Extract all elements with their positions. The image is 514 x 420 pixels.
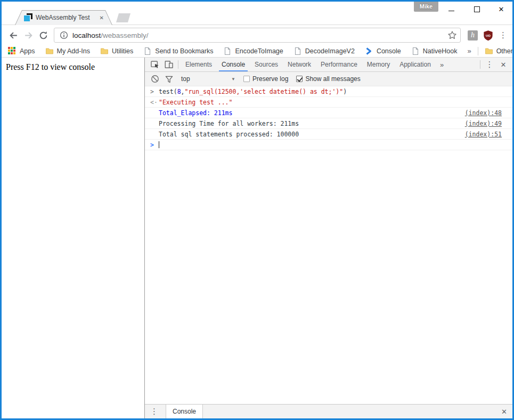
bookmark-item[interactable]: Console (365, 47, 401, 55)
show-all-messages-checkbox[interactable]: Show all messages (296, 75, 360, 83)
browser-tab[interactable]: WebAssembly Test ✕ (15, 10, 112, 25)
chevron-down-icon: ▼ (231, 77, 235, 82)
bookmark-item[interactable]: My Add-Ins (45, 47, 91, 55)
console-row-result: <·"Executing test ..." (145, 97, 512, 108)
devtools-drawer: ⋮ Console ✕ (145, 404, 512, 418)
bookmark-item[interactable]: Send to Bookmarks (143, 47, 213, 55)
console-toolbar: top ▼ Preserve log Show all messages (145, 72, 512, 86)
console-row-log: Total_Elapsed: 211ms(index):48 (145, 108, 512, 118)
tab-title: WebAssembly Test (36, 14, 95, 21)
reload-button[interactable] (36, 28, 51, 43)
console-source-link[interactable]: (index):49 (465, 120, 502, 127)
ublock-shield-icon: UO (483, 30, 494, 41)
extension-h-button[interactable]: h (468, 30, 478, 41)
page-icon (411, 47, 420, 55)
devtools-tab-elements[interactable]: Elements (181, 58, 217, 71)
folder-icon (100, 47, 109, 55)
text-cursor (159, 141, 159, 148)
bookmarks-divider (478, 47, 478, 55)
folder-icon (485, 47, 493, 55)
close-icon: ✕ (499, 6, 504, 13)
profile-badge[interactable]: Mike (414, 2, 438, 12)
console-chevron-icon (365, 47, 373, 55)
bookmark-item[interactable]: NativeHook (411, 47, 458, 55)
prompt-chevron-icon: > (150, 141, 159, 149)
devtools-close-icon[interactable]: ✕ (496, 58, 510, 71)
tab-close-icon[interactable]: ✕ (100, 15, 104, 21)
apps-grid-icon (8, 47, 17, 55)
bookmark-label: My Add-Ins (57, 47, 91, 55)
console-row-input[interactable]: > (145, 140, 512, 150)
devtools-tabbar: ElementsConsoleSourcesNetworkPerformance… (145, 58, 512, 72)
page-info-icon[interactable] (60, 31, 68, 39)
devtools-tab-console[interactable]: Console (217, 58, 250, 71)
drawer-close-icon[interactable]: ✕ (501, 408, 507, 416)
folder-icon (45, 47, 54, 55)
bookmark-item[interactable]: Utilities (100, 47, 133, 55)
reload-icon (39, 31, 48, 40)
console-message-text: Processing Time for all workers: 211ms (159, 120, 459, 127)
ublock-origin-button[interactable]: UO (483, 30, 494, 41)
bookmark-item[interactable]: Apps (8, 47, 35, 55)
clear-console-button[interactable] (148, 72, 162, 85)
new-tab-button[interactable] (116, 13, 130, 22)
device-toolbar-button[interactable] (162, 58, 176, 71)
bookmark-label: DecodeImageV2 (305, 47, 355, 55)
execution-context-selector[interactable]: top ▼ (181, 75, 235, 83)
inspect-element-button[interactable] (148, 58, 162, 71)
titlebar: WebAssembly Test ✕ Mike ✕ (2, 2, 512, 25)
maximize-button[interactable] (466, 2, 487, 17)
devtools-panel: ElementsConsoleSourcesNetworkPerformance… (144, 58, 512, 418)
console-message-text: test(8,"run_sql(12500,'select datetime()… (159, 88, 502, 95)
back-icon (9, 31, 18, 40)
url-host: localhost (72, 31, 101, 39)
bookmark-item[interactable]: DecodeImageV2 (293, 47, 355, 55)
bookmark-label: Console (377, 47, 401, 55)
forward-button[interactable] (21, 28, 36, 43)
result-arrow-icon: <· (150, 99, 159, 106)
address-bar[interactable]: localhost/webassembly/ (54, 28, 461, 43)
minimize-icon (448, 11, 454, 11)
console-source-link[interactable]: (index):51 (465, 131, 502, 138)
drawer-menu-icon[interactable]: ⋮ (150, 407, 158, 416)
page-icon (223, 47, 232, 55)
preserve-log-checkbox[interactable]: Preserve log (243, 75, 288, 83)
console-row-log: Processing Time for all workers: 211ms(i… (145, 118, 512, 129)
bookmark-item[interactable]: EncodeToImage (223, 47, 283, 55)
bookmark-star-icon[interactable] (447, 30, 457, 40)
prompt-chevron-icon: > (150, 88, 159, 95)
svg-text:UO: UO (486, 34, 491, 37)
bookmark-label: Utilities (112, 47, 133, 55)
devtools-tab-performance[interactable]: Performance (316, 58, 362, 71)
back-button[interactable] (6, 28, 21, 43)
page-icon (293, 47, 302, 55)
console-row-command: >test(8,"run_sql(12500,'select datetime(… (145, 86, 512, 97)
toolbar-divider (178, 60, 178, 69)
other-bookmarks-button[interactable]: Other bookmarks (485, 47, 514, 55)
checkbox-icon (296, 76, 303, 82)
devtools-menu-icon[interactable]: ⋮ (483, 58, 496, 71)
bookmarks-overflow-icon[interactable]: » (467, 47, 471, 55)
page-icon (143, 47, 152, 55)
console-messages[interactable]: >test(8,"run_sql(12500,'select datetime(… (145, 86, 512, 404)
bookmarks-bar: AppsMy Add-InsUtilitiesSend to Bookmarks… (2, 45, 512, 58)
drawer-tab-console[interactable]: Console (166, 405, 203, 418)
console-row-log: Total sql statements processed: 100000(i… (145, 129, 512, 140)
minimize-button[interactable] (440, 2, 462, 17)
page-content: Press F12 to view console (2, 58, 144, 418)
devtools-tab-sources[interactable]: Sources (250, 58, 283, 71)
extension-h-icon: h (468, 30, 478, 41)
devtools-tabs-overflow-icon[interactable]: » (436, 61, 448, 69)
devtools-tab-application[interactable]: Application (395, 58, 436, 71)
browser-menu-icon[interactable]: ⋮ (499, 30, 507, 40)
close-button[interactable]: ✕ (491, 2, 512, 17)
clear-console-icon (151, 75, 159, 83)
devtools-tab-network[interactable]: Network (283, 58, 316, 71)
devtools-tab-memory[interactable]: Memory (362, 58, 395, 71)
bookmark-label: EncodeToImage (235, 47, 283, 55)
bookmark-label: NativeHook (423, 47, 458, 55)
console-source-link[interactable]: (index):48 (465, 109, 502, 117)
bookmark-label: Apps (20, 47, 35, 55)
filter-button[interactable] (162, 72, 176, 85)
maximize-icon (474, 6, 480, 12)
